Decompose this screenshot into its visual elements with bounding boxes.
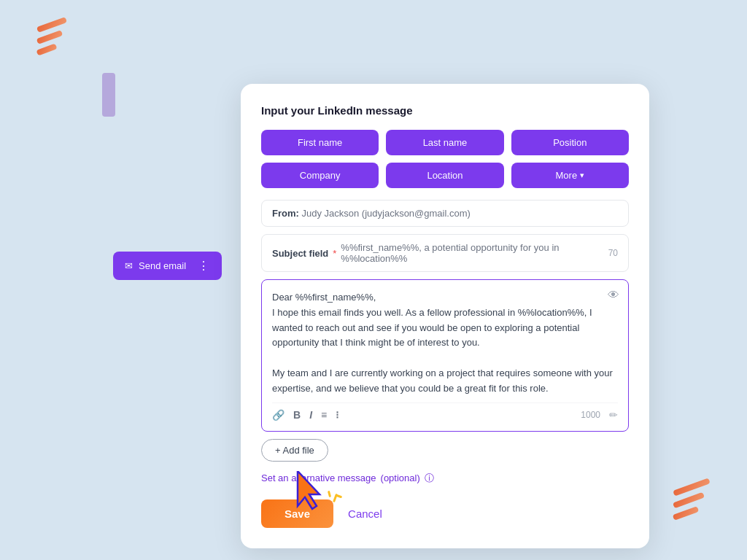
bold-icon[interactable]: B [293, 409, 301, 421]
tag-location-button[interactable]: Location [386, 163, 503, 188]
purple-rect-accent [102, 73, 115, 117]
link-icon[interactable]: 🔗 [272, 409, 285, 421]
message-text: Dear %%first_name%%, I hope this email f… [272, 290, 618, 397]
send-email-label: Send email [139, 260, 186, 271]
info-icon: ⓘ [425, 472, 434, 485]
envelope-icon: ✉ [125, 260, 133, 271]
add-file-button[interactable]: + Add file [261, 439, 328, 462]
tag-position-button[interactable]: Position [511, 130, 629, 155]
subject-char-count: 70 [608, 248, 618, 258]
alt-message-label[interactable]: Set an alternative message [261, 472, 376, 483]
italic-icon[interactable]: I [309, 409, 312, 421]
tag-first-name-button[interactable]: First name [261, 130, 379, 155]
from-label: From: [272, 208, 299, 219]
char-count: 1000 [581, 410, 600, 420]
tag-more-button[interactable]: More ▾ [511, 163, 629, 188]
tag-buttons-row-2: Company Location More ▾ [261, 163, 629, 188]
subject-label: Subject field [272, 248, 328, 259]
subject-field[interactable]: Subject field * %%first_name%%, a potent… [261, 234, 629, 272]
from-field: From: Judy Jackson (judyjackson@gmail.co… [261, 200, 629, 227]
unordered-list-icon[interactable]: ⁝ [336, 409, 338, 421]
message-toolbar: 🔗 B I ≡ ⁝ 1000 ✏ [272, 402, 618, 421]
subject-value: %%first_name%%, a potential opportunity … [341, 242, 602, 264]
cancel-button[interactable]: Cancel [348, 508, 382, 520]
action-buttons: Save Cancel [261, 499, 629, 528]
linkedin-message-modal: Input your LinkedIn message First name L… [241, 84, 649, 548]
alt-message-optional: (optional) [381, 472, 420, 483]
subject-required: * [333, 248, 336, 259]
chevron-down-icon: ▾ [580, 171, 584, 180]
tag-buttons-row-1: First name Last name Position [261, 130, 629, 155]
save-button[interactable]: Save [261, 499, 333, 528]
modal-title: Input your LinkedIn message [261, 104, 629, 117]
ordered-list-icon[interactable]: ≡ [321, 409, 327, 421]
from-value: Judy Jackson (judyjackson@gmail.com) [301, 208, 470, 219]
tag-company-button[interactable]: Company [261, 163, 379, 188]
eye-icon[interactable]: 👁 [608, 289, 619, 302]
sidebar-dots-menu[interactable]: ⋮ [198, 259, 210, 273]
send-email-sidebar[interactable]: ✉ Send email ⋮ [113, 252, 222, 280]
save-button-wrap: Save [261, 499, 333, 528]
pencil-icon[interactable]: ✏ [609, 409, 618, 421]
wave-decor-bottom-right [673, 484, 711, 516]
message-body-container[interactable]: Dear %%first_name%%, I hope this email f… [261, 279, 629, 432]
alt-message-row: Set an alternative message (optional) ⓘ [261, 472, 629, 485]
wave-decor-top-left [36, 22, 67, 52]
tag-last-name-button[interactable]: Last name [386, 130, 503, 155]
